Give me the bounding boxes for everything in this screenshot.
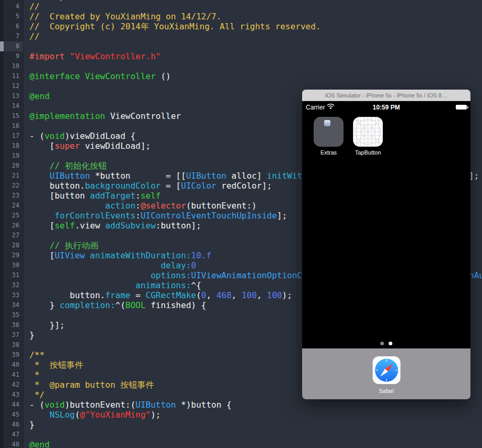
line-number[interactable]: 20	[4, 161, 24, 171]
line-number[interactable]: 9	[4, 51, 24, 61]
code-token[interactable]: delay:	[160, 260, 191, 270]
code-token[interactable]: ViewController	[85, 71, 156, 81]
focus-ribbon[interactable]	[0, 310, 4, 320]
code-text[interactable]: NSLog(@"YouXianMing");	[24, 410, 482, 420]
code-token[interactable]: :button];	[156, 221, 201, 231]
code-token[interactable]	[80, 71, 85, 81]
code-token[interactable]: UIColor	[181, 181, 216, 191]
code-line[interactable]: 8	[0, 41, 482, 51]
code-token[interactable]: "ViewController.h"	[70, 51, 160, 61]
code-token[interactable]: @implementation	[29, 111, 105, 121]
focus-ribbon[interactable]	[0, 161, 4, 171]
code-line[interactable]: 5// Created by YouXianMing on 14/12/7.	[0, 12, 482, 21]
line-number[interactable]: 40	[4, 360, 24, 370]
code-text[interactable]	[24, 430, 482, 440]
code-token[interactable]: void	[45, 131, 65, 141]
line-number[interactable]: 18	[4, 141, 24, 151]
code-token[interactable]: UIButton	[50, 171, 90, 181]
code-line[interactable]: 46}	[0, 420, 482, 430]
code-token[interactable]: */	[29, 390, 45, 400]
line-number[interactable]: 28	[4, 241, 24, 250]
focus-ribbon[interactable]	[0, 380, 4, 390]
line-number[interactable]: 24	[4, 201, 24, 211]
focus-ribbon[interactable]	[0, 191, 4, 201]
code-token[interactable]: NSLog	[50, 410, 75, 420]
code-token[interactable]	[29, 270, 151, 280]
line-number[interactable]: 41	[4, 370, 24, 380]
code-token[interactable]: ,	[257, 290, 267, 300]
code-token[interactable]: *button = [[	[90, 171, 186, 181]
line-number[interactable]: 37	[4, 330, 24, 340]
focus-ribbon[interactable]	[0, 141, 4, 151]
code-token[interactable]: UIButton	[186, 171, 227, 181]
focus-ribbon[interactable]	[0, 350, 4, 360]
code-token[interactable]	[29, 410, 50, 420]
code-token[interactable]: frame	[105, 290, 131, 300]
code-token[interactable]: ()	[156, 71, 171, 81]
code-line[interactable]: 9#import "ViewController.h"	[0, 51, 482, 61]
code-line[interactable]: 45 NSLog(@"YouXianMing");	[0, 410, 482, 420]
code-token[interactable]: //	[29, 31, 39, 41]
focus-ribbon[interactable]	[0, 71, 4, 81]
code-token[interactable]: * @param button 按钮事件	[29, 380, 154, 390]
focus-ribbon[interactable]	[0, 280, 4, 290]
code-token[interactable]: viewDidLoad];	[80, 141, 151, 151]
code-text[interactable]: - (void)buttonEvent:(UIButton *)button {	[24, 400, 482, 410]
code-text[interactable]	[24, 41, 482, 51]
code-token[interactable]: button.	[29, 290, 105, 300]
code-token[interactable]	[29, 211, 55, 221]
code-token[interactable]: :	[135, 211, 141, 221]
code-token[interactable]: @selector	[141, 201, 186, 211]
line-number[interactable]: 46	[4, 420, 24, 430]
code-text[interactable]: //	[24, 31, 482, 41]
code-token[interactable]: 100	[267, 290, 282, 300]
code-token[interactable]: }	[29, 330, 35, 340]
focus-ribbon[interactable]	[0, 430, 4, 440]
focus-ribbon[interactable]	[0, 410, 4, 420]
code-token[interactable]: @end	[29, 91, 50, 101]
code-token[interactable]: }];	[29, 320, 65, 330]
code-token[interactable]: ,	[231, 290, 241, 300]
code-token[interactable]: [button	[29, 191, 90, 201]
code-token[interactable]: - (	[29, 131, 45, 141]
code-token[interactable]: addTarget	[90, 191, 136, 201]
focus-ribbon[interactable]	[0, 111, 4, 121]
simulator-screen[interactable]: Carrier 10:59 PM Extras	[302, 101, 470, 399]
code-text[interactable]: @end	[24, 440, 482, 448]
code-token[interactable]: = [	[160, 181, 181, 191]
focus-ribbon[interactable]	[0, 121, 4, 131]
simulator-titlebar[interactable]: iOS Simulator - iPhone 5s - iPhone 5s / …	[302, 90, 470, 101]
code-token[interactable]: @interface	[29, 71, 80, 81]
code-token[interactable]: // 执行动画	[50, 241, 99, 250]
focus-ribbon[interactable]	[0, 81, 4, 91]
code-token[interactable]: 0	[191, 260, 196, 270]
focus-ribbon[interactable]	[0, 340, 4, 350]
line-number[interactable]: 6	[4, 21, 24, 31]
breakpoint-gutter-highlight[interactable]	[0, 41, 4, 51]
code-token[interactable]: super	[55, 141, 80, 151]
line-number[interactable]: 48	[4, 440, 24, 448]
code-line[interactable]: 4//	[0, 2, 482, 12]
code-token[interactable]: UIControlEventTouchUpInside	[141, 211, 277, 221]
code-token[interactable]: [	[29, 221, 55, 231]
code-text[interactable]: // Copyright (c) 2014年 YouXianMing. All …	[24, 21, 482, 31]
focus-ribbon[interactable]	[0, 101, 4, 111]
focus-ribbon[interactable]	[0, 151, 4, 161]
code-token[interactable]: animateWithDuration:	[90, 250, 191, 260]
line-number[interactable]: 4	[4, 2, 24, 12]
code-token[interactable]: .view	[75, 221, 105, 231]
line-number[interactable]: 36	[4, 320, 24, 330]
focus-ribbon[interactable]	[0, 300, 4, 310]
line-number[interactable]: 17	[4, 131, 24, 141]
code-token[interactable]: [	[29, 250, 55, 260]
code-token[interactable]: ViewController	[105, 111, 181, 121]
code-text[interactable]: //	[24, 2, 482, 12]
code-token[interactable]: completion:	[60, 300, 115, 310]
line-number[interactable]: 5	[4, 12, 24, 21]
code-token[interactable]: (	[75, 410, 80, 420]
code-text[interactable]: }	[24, 420, 482, 430]
code-token[interactable]: button.	[29, 181, 85, 191]
line-number[interactable]: 16	[4, 121, 24, 131]
line-number[interactable]: 23	[4, 191, 24, 201]
code-token[interactable]: /**	[29, 350, 45, 360]
